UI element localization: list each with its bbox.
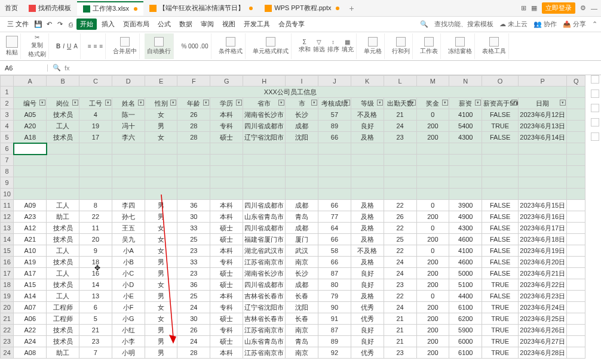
cell[interactable]: 89 [318,336,351,347]
cell[interactable]: 学历▾ [210,98,243,109]
cell[interactable] [567,268,585,279]
cell[interactable]: FALSE [482,211,519,223]
side-tool-3[interactable] [591,104,599,112]
row-header[interactable]: 21 [1,313,14,325]
side-tool-1[interactable] [591,75,599,84]
cell[interactable]: 奖金▾ [416,98,449,109]
cell[interactable]: FALSE [482,132,519,143]
cell[interactable] [567,121,585,132]
fx-label[interactable]: fx [65,64,70,72]
cell[interactable] [177,143,210,155]
cell[interactable]: 200 [416,234,449,245]
cell[interactable]: 长沙 [286,268,318,279]
cell[interactable]: A08 [14,347,47,359]
cell[interactable]: 2023年6月13日 [519,121,567,132]
cell-icon[interactable] [368,37,378,47]
cell[interactable]: A17 [14,268,47,279]
cell[interactable]: 4400 [449,291,482,302]
column-header[interactable]: D [112,76,145,87]
cell[interactable] [351,189,384,200]
cell[interactable] [567,257,585,268]
cell[interactable]: 男 [145,257,177,268]
cell[interactable] [14,155,47,166]
cell[interactable] [567,223,585,234]
cell[interactable] [286,189,318,200]
cell[interactable] [519,177,567,189]
cell[interactable] [384,166,416,177]
cell[interactable]: 技术员 [47,257,79,268]
cell[interactable] [145,177,177,189]
cell[interactable] [79,189,112,200]
spreadsheet-grid[interactable]: ABCDEFGHIJKLMNOPQ1XXX公司员工信息2编号▾岗位▾工号▾姓名▾… [0,75,601,364]
column-header[interactable]: P [519,76,567,87]
merge-icon[interactable] [120,37,130,47]
cell[interactable] [567,200,585,211]
row-header[interactable]: 3 [1,109,14,121]
cell[interactable] [567,132,585,143]
cell[interactable]: 24 [384,257,416,268]
cell[interactable]: 14 [79,279,112,291]
cell[interactable] [318,166,351,177]
cell[interactable]: 30 [177,313,210,325]
cell[interactable]: 技术员 [47,234,79,245]
row-header[interactable]: 24 [1,347,14,359]
cell[interactable] [286,143,318,155]
cell[interactable] [567,325,585,336]
menu-file[interactable]: 三 文件 [4,18,32,30]
cell[interactable]: 技术员 [47,336,79,347]
filter-dropdown-icon[interactable]: ▾ [170,100,176,106]
cell[interactable]: 6100 [449,302,482,313]
cell[interactable]: 24 [177,336,210,347]
cell[interactable] [351,155,384,166]
cell[interactable]: 成都 [286,279,318,291]
align-center-icon[interactable]: ≡ [94,43,97,50]
cell[interactable]: 技术员 [47,325,79,336]
cell[interactable]: 考核成绩▾ [318,98,351,109]
cell[interactable]: 山东省青岛市 [243,211,286,223]
cell[interactable] [416,177,449,189]
cell[interactable] [519,143,567,155]
cell[interactable] [145,189,177,200]
cell[interactable]: 30 [177,211,210,223]
column-header[interactable]: G [210,76,243,87]
cell[interactable]: 4900 [449,211,482,223]
cell[interactable] [519,189,567,200]
cell[interactable]: 及格 [351,291,384,302]
coop-button[interactable]: 👥 协作 [533,20,557,29]
cell[interactable] [567,279,585,291]
cell[interactable]: 薪资▾ [449,98,482,109]
cell[interactable]: 市▾ [286,98,318,109]
cell[interactable]: 13 [79,291,112,302]
cell[interactable]: 福建省厦门市 [243,234,286,245]
cell[interactable]: 2023年6月28日 [519,347,567,359]
underline-button[interactable]: U [67,43,71,50]
column-header[interactable]: F [177,76,210,87]
cell[interactable]: 李六 [112,132,145,143]
menu-insert[interactable]: 插入 [98,18,118,30]
cell[interactable]: 79 [318,291,351,302]
cell[interactable]: 专科 [210,257,243,268]
filter-dropdown-icon[interactable]: ▾ [311,100,317,106]
filter-dropdown-icon[interactable]: ▾ [410,100,416,106]
cell[interactable]: 等级▾ [351,98,384,109]
minimize-icon[interactable]: — [591,5,597,12]
cell[interactable] [482,177,519,189]
cell[interactable]: 不及格 [351,245,384,257]
cell[interactable]: 200 [416,302,449,313]
row-header[interactable]: 7 [1,155,14,166]
cell[interactable]: FALSE [482,257,519,268]
cell[interactable]: 2023年6月14日 [519,132,567,143]
cell[interactable]: 男 [145,291,177,302]
cell[interactable] [47,166,79,177]
cell[interactable]: 及格 [351,200,384,211]
cell[interactable]: 青岛 [286,211,318,223]
cell[interactable]: FALSE [482,200,519,211]
cell[interactable]: 沈阳 [286,302,318,313]
cell[interactable] [145,166,177,177]
share-button[interactable]: 📤 分享 [563,20,586,29]
cell[interactable]: 36 [177,279,210,291]
cell[interactable] [112,166,145,177]
tab-ppt2[interactable]: WPS PPT教程.pptx [259,1,345,16]
cell[interactable] [47,155,79,166]
cell[interactable]: 硕士 [210,234,243,245]
